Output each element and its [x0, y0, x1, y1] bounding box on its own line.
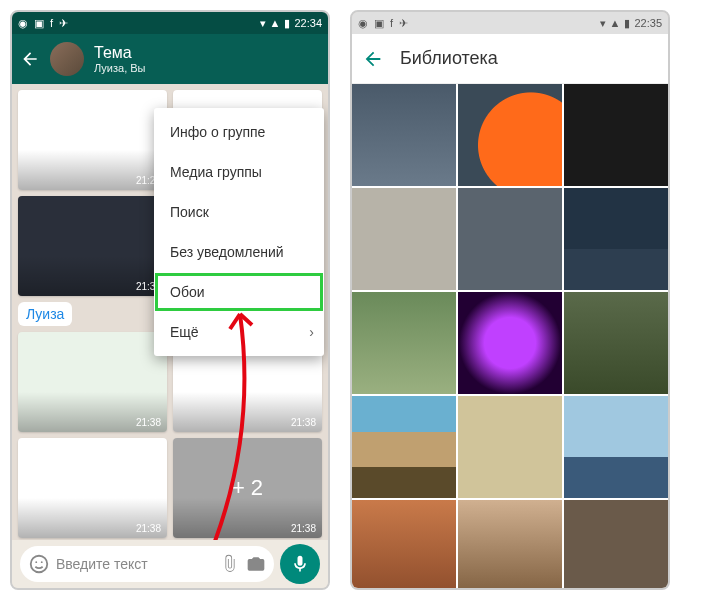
camera-icon[interactable] — [246, 554, 266, 574]
library-app-bar: Библиотека — [352, 34, 668, 84]
wallpaper-tile[interactable] — [564, 500, 668, 588]
clock: 22:35 — [634, 17, 662, 29]
phone-library: ◉ ▣ f ✈ ▾ ▲ ▮ 22:35 Библиотека — [350, 10, 670, 590]
carrier-icon: ◉ — [358, 17, 368, 30]
battery-icon: ▮ — [624, 17, 630, 30]
wallpaper-tile[interactable] — [458, 396, 562, 498]
wallpaper-tile[interactable] — [352, 396, 456, 498]
voice-button[interactable] — [280, 544, 320, 584]
sender-label: Луиза — [18, 302, 72, 326]
wallpaper-tile[interactable] — [564, 396, 668, 498]
media-timestamp: 21:38 — [291, 523, 316, 534]
wallpaper-tile[interactable] — [352, 188, 456, 290]
wallpaper-tile[interactable] — [352, 84, 456, 186]
media-timestamp: 21:38 — [136, 523, 161, 534]
media-tile[interactable]: 21:21 — [18, 90, 167, 190]
wallpaper-tile[interactable] — [564, 84, 668, 186]
wallpaper-tile[interactable] — [352, 500, 456, 588]
wallpaper-tile[interactable] — [564, 292, 668, 394]
app-bar: Тема Луиза, Вы — [12, 34, 328, 84]
carrier-icon: ◉ — [18, 17, 28, 30]
mic-icon — [290, 554, 310, 574]
clock: 22:34 — [294, 17, 322, 29]
message-input[interactable]: Введите текст — [20, 546, 274, 582]
emoji-icon[interactable] — [28, 553, 50, 575]
media-tile[interactable]: 21:38 — [18, 438, 167, 538]
input-bar: Введите текст — [12, 540, 328, 588]
media-timestamp: 21:38 — [136, 417, 161, 428]
app-icon: ✈ — [399, 17, 408, 30]
signal-icon: ▲ — [610, 17, 621, 29]
wallpaper-grid — [352, 84, 668, 588]
menu-item-group-media[interactable]: Медиа группы — [154, 152, 324, 192]
chat-subtitle: Луиза, Вы — [94, 62, 146, 74]
menu-item-group-info[interactable]: Инфо о группе — [154, 112, 324, 152]
library-title: Библиотека — [400, 48, 498, 69]
back-icon[interactable] — [362, 48, 384, 70]
app-icon: ✈ — [59, 17, 68, 30]
back-icon[interactable] — [20, 49, 40, 69]
phone-chat: ◉ ▣ f ✈ ▾ ▲ ▮ 22:34 Тема Луиза, Вы 21:21… — [10, 10, 330, 590]
chat-title: Тема — [94, 44, 146, 62]
battery-icon: ▮ — [284, 17, 290, 30]
status-bar: ◉ ▣ f ✈ ▾ ▲ ▮ 22:34 — [12, 12, 328, 34]
media-tile[interactable]: 21:38 — [18, 332, 167, 432]
wallpaper-tile[interactable] — [458, 292, 562, 394]
media-tile[interactable]: 21:38 — [18, 196, 167, 296]
signal-icon: ▲ — [270, 17, 281, 29]
wallpaper-tile[interactable] — [458, 188, 562, 290]
group-avatar[interactable] — [50, 42, 84, 76]
wallpaper-tile[interactable] — [458, 84, 562, 186]
menu-item-search[interactable]: Поиск — [154, 192, 324, 232]
chat-title-block[interactable]: Тема Луиза, Вы — [94, 44, 146, 74]
wifi-icon: ▾ — [260, 17, 266, 30]
menu-item-more[interactable]: Ещё — [154, 312, 324, 352]
wallpaper-tile[interactable] — [352, 292, 456, 394]
media-timestamp: 21:38 — [291, 417, 316, 428]
chat-body: 21:21 21:38 + 3 Луиза 21:38 21:38 21:38 … — [12, 84, 328, 540]
app-icon: f — [50, 17, 53, 30]
svg-point-2 — [41, 561, 43, 563]
svg-point-0 — [31, 556, 48, 573]
app-icon: f — [390, 17, 393, 30]
wallpaper-tile[interactable] — [458, 500, 562, 588]
wifi-icon: ▾ — [600, 17, 606, 30]
wallpaper-tile[interactable] — [564, 188, 668, 290]
menu-item-wallpaper[interactable]: Обои — [154, 272, 324, 312]
media-tile[interactable]: + 2 21:38 — [173, 438, 322, 538]
menu-item-mute[interactable]: Без уведомлений — [154, 232, 324, 272]
app-icon: ▣ — [34, 17, 44, 30]
attach-icon[interactable] — [220, 554, 240, 574]
overflow-menu: Инфо о группе Медиа группы Поиск Без уве… — [154, 108, 324, 356]
svg-point-1 — [35, 561, 37, 563]
status-bar: ◉ ▣ f ✈ ▾ ▲ ▮ 22:35 — [352, 12, 668, 34]
input-placeholder: Введите текст — [56, 556, 148, 572]
app-icon: ▣ — [374, 17, 384, 30]
